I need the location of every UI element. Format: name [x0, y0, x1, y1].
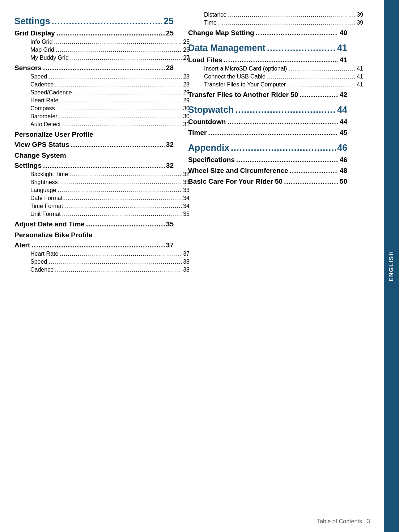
toc-dots: ........................................… — [73, 89, 182, 96]
toc-dots: ........................................… — [59, 113, 182, 120]
toc-dots: ........................................… — [58, 187, 182, 193]
toc-entry: Brightness..............................… — [30, 179, 190, 186]
toc-label: Data Management — [188, 43, 266, 53]
toc-label: Transfer Files to Another Rider 50 — [188, 91, 298, 99]
toc-page: 39 — [357, 20, 363, 26]
toc-dots: ........................................… — [86, 220, 165, 228]
toc-dots: ........................................… — [62, 211, 182, 217]
toc-label: Alert — [14, 241, 30, 249]
toc-label: Cadence — [30, 267, 54, 273]
toc-label: Distance — [204, 12, 226, 18]
toc-dots: ........................................… — [267, 43, 336, 53]
toc-entry: Time....................................… — [204, 20, 363, 27]
toc-page: 41 — [340, 56, 347, 64]
toc-dots: ........................................… — [59, 179, 182, 186]
toc-page: 32 — [166, 141, 174, 149]
toc-dots: ........................................… — [43, 64, 165, 72]
toc-page: 41 — [357, 65, 363, 72]
toc-entry: Personalize Bike Profile — [14, 231, 174, 239]
toc-dots: ........................................… — [236, 156, 338, 164]
toc-label: Timer — [188, 129, 207, 137]
toc-page: 46 — [340, 156, 347, 164]
toc-entry: Wheel Size and Circumference............… — [188, 167, 347, 175]
sidebar-english-tab: ENGLISH — [384, 0, 399, 532]
toc-label: Connect the USB Cable — [204, 73, 266, 80]
toc-entry: Transfer Files to Your Computer.........… — [204, 81, 363, 89]
toc-entry: Change System — [14, 152, 174, 159]
toc-label: Change Map Setting — [188, 29, 254, 37]
toc-entry: Sensors.................................… — [14, 64, 174, 73]
toc-page: 25 — [164, 16, 174, 26]
toc-dots: ........................................… — [56, 105, 182, 112]
toc-entry: Cadence.................................… — [30, 267, 190, 274]
toc-dots: ........................................… — [71, 141, 165, 149]
toc-dots: ........................................… — [48, 73, 182, 80]
footer-text: Table of Contents — [317, 518, 362, 524]
toc-entry: Timer...................................… — [188, 129, 347, 137]
toc-dots: ........................................… — [56, 29, 165, 37]
toc-dots: ........................................… — [218, 20, 355, 26]
toc-label: Transfer Files to Your Computer — [204, 81, 286, 88]
toc-label: Heart Rate — [30, 97, 58, 104]
page-container: Settings................................… — [0, 0, 399, 532]
toc-entry: Basic Care For Your Rider 50............… — [188, 178, 347, 186]
toc-page: 50 — [340, 178, 347, 186]
toc-entry: My Buddy Grid...........................… — [30, 55, 190, 62]
toc-page: 40 — [340, 29, 347, 37]
toc-dots: ........................................… — [54, 39, 182, 45]
toc-entry: Alert...................................… — [14, 241, 174, 250]
toc-label: Wheel Size and Circumference — [188, 167, 288, 175]
toc-label: Map Grid — [30, 47, 54, 53]
toc-dots: ........................................… — [290, 167, 338, 175]
toc-label: Speed — [30, 259, 47, 265]
right-column: Distance................................… — [181, 11, 347, 510]
toc-page: 35 — [166, 220, 174, 228]
toc-entry: Speed/Cadence...........................… — [30, 89, 190, 97]
toc-entry: Personalize User Profile — [14, 131, 174, 139]
toc-label: Info Grid — [30, 39, 52, 45]
toc-entry: Appendix................................… — [188, 142, 347, 154]
toc-label: View GPS Status — [14, 141, 69, 149]
toc-entry: Cadence.................................… — [30, 81, 190, 89]
toc-label: Change System — [14, 152, 66, 159]
toc-entry: Barometer...............................… — [30, 113, 190, 120]
toc-dots: ........................................… — [287, 81, 355, 88]
toc-entry: Date Format.............................… — [30, 195, 190, 202]
main-content: Settings................................… — [0, 0, 384, 532]
toc-dots: ........................................… — [231, 142, 336, 153]
toc-label: Compass — [30, 105, 55, 112]
toc-label: Settings — [14, 16, 50, 26]
toc-entry: Map Grid................................… — [30, 47, 190, 54]
toc-label: Auto Detect — [30, 121, 61, 128]
toc-entry: Countdown...............................… — [188, 118, 347, 127]
toc-entry: Heart Rate..............................… — [30, 251, 190, 258]
toc-page: 39 — [357, 12, 363, 18]
toc-dots: ........................................… — [284, 178, 338, 186]
toc-label: Backlight Time — [30, 171, 68, 178]
toc-entry: Time Format.............................… — [30, 203, 190, 210]
toc-page: 45 — [340, 129, 347, 137]
toc-entry: Specifications..........................… — [188, 156, 347, 165]
toc-entry: Auto Detect.............................… — [30, 121, 190, 128]
footer-page: 3 — [367, 518, 370, 524]
toc-dots: ........................................… — [228, 12, 355, 18]
toc-page: 32 — [166, 162, 174, 170]
toc-label: Grid Display — [14, 29, 55, 37]
toc-label: Countdown — [188, 118, 226, 126]
toc-page: 41 — [357, 73, 363, 80]
toc-label: Specifications — [188, 156, 235, 164]
toc-entry: Insert a MicroSD Card (optional)........… — [204, 65, 363, 73]
toc-dots: ........................................… — [227, 118, 338, 126]
toc-label: Basic Care For Your Rider 50 — [188, 178, 283, 186]
toc-dots: ........................................… — [52, 16, 162, 26]
toc-label: Stopwatch — [188, 105, 234, 115]
toc-label: Personalize Bike Profile — [14, 231, 92, 239]
toc-page: 46 — [337, 142, 347, 153]
toc-entry: Stopwatch...............................… — [188, 105, 347, 116]
toc-entry: Speed...................................… — [30, 73, 190, 81]
toc-page: 44 — [340, 118, 347, 126]
toc-dots: ........................................… — [55, 81, 182, 88]
toc-entry: Compass.................................… — [30, 105, 190, 112]
toc-dots: ........................................… — [60, 251, 182, 257]
toc-entry: Settings................................… — [14, 162, 174, 170]
